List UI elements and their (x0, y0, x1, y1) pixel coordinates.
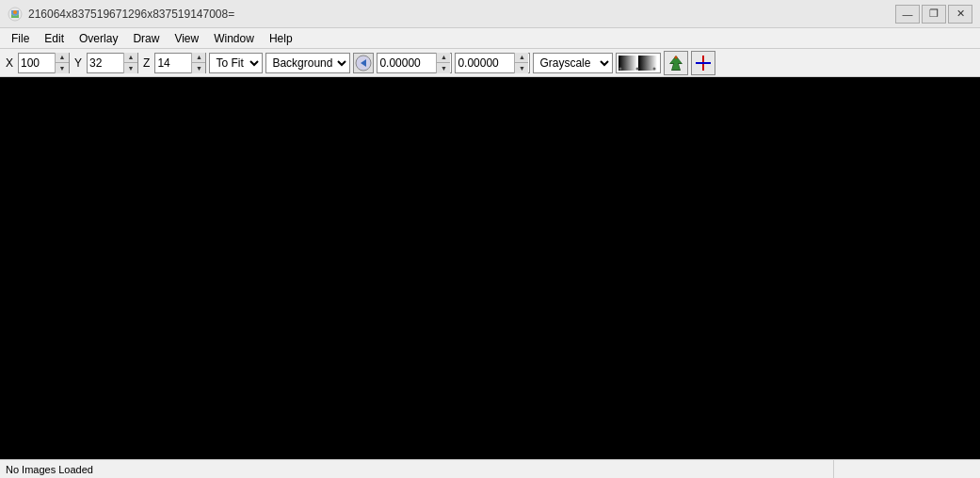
crosshair-icon (695, 55, 712, 72)
svg-point-8 (653, 67, 656, 70)
z-label: Z (141, 56, 152, 70)
x-spin-arrows: ▲ ▼ (55, 53, 69, 73)
y-spin-down[interactable]: ▼ (124, 63, 137, 73)
coord1-spin-up[interactable]: ▲ (437, 53, 450, 63)
window-title: 216064x837519671296x837519147008= (28, 8, 895, 21)
minimize-button[interactable]: — (895, 5, 920, 24)
toolbar: X ▲ ▼ Y ▲ ▼ Z ▲ ▼ To Fit 25% 50% 100% 20… (0, 49, 980, 77)
coord2-spin-arrows: ▲ ▼ (514, 53, 528, 73)
menu-edit[interactable]: Edit (37, 30, 72, 47)
svg-point-1 (13, 10, 17, 14)
z-spinbox: ▲ ▼ (154, 53, 206, 73)
x-spin-up[interactable]: ▲ (56, 53, 69, 63)
lut-select[interactable]: Grayscale Fire Ice Rainbow (533, 53, 613, 73)
zoom-select[interactable]: To Fit 25% 50% 100% 200% (209, 53, 263, 73)
z-input[interactable] (155, 54, 191, 72)
svg-point-7 (636, 67, 639, 70)
menu-bar: File Edit Overlay Draw View Window Help (0, 28, 980, 49)
status-bar: No Images Loaded (0, 459, 980, 478)
nav-arrow-button[interactable] (353, 53, 374, 73)
restore-button[interactable]: ❐ (922, 5, 946, 24)
app-icon (8, 7, 23, 22)
coord1-spin-down[interactable]: ▼ (437, 63, 450, 73)
y-input[interactable] (88, 54, 123, 72)
x-spinbox: ▲ ▼ (18, 53, 70, 73)
menu-help[interactable]: Help (262, 30, 300, 47)
x-label: X (4, 56, 15, 70)
menu-file[interactable]: File (4, 30, 37, 47)
x-spin-down[interactable]: ▼ (56, 63, 69, 73)
lut-preview (616, 53, 661, 73)
menu-draw[interactable]: Draw (125, 30, 167, 47)
coord2-spin-down[interactable]: ▼ (515, 63, 528, 73)
menu-overlay[interactable]: Overlay (72, 30, 125, 47)
axes-button[interactable] (691, 51, 715, 75)
x-input[interactable] (19, 54, 55, 72)
channel-select[interactable]: Background Red Green Blue (265, 53, 350, 73)
z-spin-arrows: ▲ ▼ (191, 53, 205, 73)
z-spin-down[interactable]: ▼ (192, 63, 205, 73)
status-right-panel (833, 460, 974, 478)
coord1-spin-arrows: ▲ ▼ (436, 53, 450, 73)
lut-gradient-icon (619, 56, 658, 71)
y-spin-arrows: ▲ ▼ (123, 53, 137, 73)
coord2-spin-up[interactable]: ▲ (515, 53, 528, 63)
z-spin-up[interactable]: ▲ (192, 53, 205, 63)
coord1-spinbox: ▲ ▼ (377, 53, 452, 73)
title-bar: 216064x837519671296x837519147008= — ❐ ✕ (0, 0, 980, 28)
menu-view[interactable]: View (167, 30, 206, 47)
svg-point-11 (675, 56, 678, 58)
y-label: Y (72, 56, 84, 70)
canvas-area[interactable] (0, 77, 980, 459)
coord1-input[interactable] (378, 54, 436, 72)
tree-icon (667, 55, 684, 72)
close-button[interactable]: ✕ (948, 5, 972, 24)
menu-window[interactable]: Window (206, 30, 262, 47)
svg-point-6 (619, 67, 622, 70)
y-spin-up[interactable]: ▲ (124, 53, 137, 63)
coord2-input[interactable] (456, 54, 514, 72)
histogram-button[interactable] (664, 51, 688, 75)
coord2-spinbox: ▲ ▼ (455, 53, 530, 73)
y-spinbox: ▲ ▼ (87, 53, 138, 73)
status-text: No Images Loaded (6, 464, 833, 475)
window-controls: — ❐ ✕ (895, 5, 972, 24)
